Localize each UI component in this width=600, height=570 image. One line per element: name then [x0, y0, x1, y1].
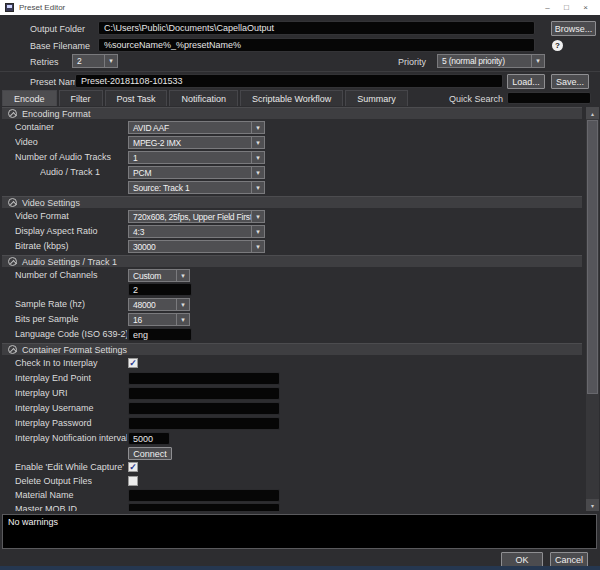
tab-post-task[interactable]: Post Task	[105, 90, 168, 106]
master-mob-input[interactable]	[128, 503, 280, 511]
sample-rate-row: Sample Rate (hz) 48000 ▾	[2, 298, 582, 311]
language-code-input[interactable]	[128, 328, 192, 341]
audio-tracks-dropdown[interactable]: 1 ▾	[128, 151, 265, 164]
quick-search-label: Quick Search	[449, 94, 503, 104]
scrollbar-thumb[interactable]	[587, 120, 598, 394]
audio-track1-label: Audio / Track 1	[40, 167, 100, 177]
bitrate-row: Bitrate (kbps) 30000 ▾	[2, 240, 582, 253]
interplay-username-label: Interplay Username	[15, 403, 94, 413]
tab-bar: Encode Filter Post Task Notification Scr…	[2, 90, 600, 106]
interplay-password-label: Interplay Password	[15, 418, 92, 428]
retries-dropdown[interactable]: 2 ▾	[72, 54, 118, 68]
section-header-video-settings[interactable]: Video Settings	[2, 196, 582, 208]
section-header-audio-settings[interactable]: Audio Settings / Track 1	[2, 255, 582, 267]
interplay-password-input[interactable]	[128, 417, 280, 430]
notification-interval-input[interactable]	[128, 432, 170, 445]
collapse-icon[interactable]	[8, 257, 17, 266]
scroll-up-icon[interactable]: ▴	[586, 107, 599, 119]
audio-tracks-row: Number of Audio Tracks 1 ▾	[2, 151, 582, 164]
channels-label: Number of Channels	[15, 270, 98, 280]
ok-button[interactable]: OK	[501, 552, 543, 567]
interplay-uri-input[interactable]	[128, 387, 280, 400]
preset-name-input[interactable]	[75, 74, 503, 88]
audio-track1-source-row: Source: Track 1 ▾	[2, 181, 582, 194]
material-name-input[interactable]	[128, 489, 280, 502]
audio-track1-codec-dropdown[interactable]: PCM ▾	[128, 166, 265, 179]
chevron-down-icon: ▾	[251, 211, 264, 222]
quick-search-input[interactable]	[507, 92, 591, 104]
material-name-label: Material Name	[15, 490, 74, 500]
check-icon: ✓	[129, 463, 137, 472]
video-label: Video	[15, 137, 38, 147]
end-point-row: Interplay End Point	[2, 372, 582, 385]
video-codec-dropdown[interactable]: MPEG-2 IMX ▾	[128, 136, 265, 149]
browse-button[interactable]: Browse...	[551, 21, 596, 36]
delete-output-checkbox[interactable]: ✓	[128, 476, 138, 486]
titlebar[interactable]: Preset Editor – □ ×	[0, 0, 600, 15]
bits-per-sample-row: Bits per Sample 16 ▾	[2, 313, 582, 326]
sample-rate-dropdown[interactable]: 48000 ▾	[128, 298, 190, 311]
tab-summary[interactable]: Summary	[345, 90, 408, 106]
window-bottom-edge	[0, 566, 600, 570]
save-button[interactable]: Save...	[551, 74, 589, 89]
aspect-ratio-dropdown[interactable]: 4:3 ▾	[128, 225, 265, 238]
channels-custom-input[interactable]	[128, 283, 192, 296]
tab-filter[interactable]: Filter	[59, 90, 103, 106]
section-header-container-format[interactable]: Container Format Settings	[2, 343, 582, 355]
notification-interval-row: Interplay Notification interval (ms)	[2, 432, 582, 445]
collapse-icon[interactable]	[8, 109, 17, 118]
end-point-input[interactable]	[128, 372, 280, 385]
language-code-row: Language Code (ISO 639-2)	[2, 328, 582, 341]
maximize-icon[interactable]: □	[557, 0, 576, 15]
delete-output-label: Delete Output Files	[15, 476, 92, 486]
load-button[interactable]: Load...	[507, 74, 545, 89]
sample-rate-label: Sample Rate (hz)	[15, 299, 85, 309]
aspect-ratio-row: Display Aspect Ratio 4:3 ▾	[2, 225, 582, 238]
tab-encode[interactable]: Encode	[2, 90, 57, 106]
container-dropdown[interactable]: AVID AAF ▾	[128, 121, 265, 134]
vertical-scrollbar[interactable]: ▴ ▾	[586, 107, 599, 511]
bits-per-sample-dropdown[interactable]: 16 ▾	[128, 313, 190, 326]
edit-while-capture-checkbox[interactable]: ✓	[128, 462, 138, 472]
chevron-down-icon: ▾	[176, 270, 189, 281]
tab-scriptable-workflow[interactable]: Scriptable Workflow	[240, 90, 343, 106]
audio-tracks-label: Number of Audio Tracks	[15, 152, 111, 162]
collapse-icon[interactable]	[8, 345, 17, 354]
section-header-encoding-format[interactable]: Encoding Format	[2, 107, 582, 119]
master-mob-row: Master MOB ID	[2, 503, 582, 511]
video-format-row: Video Format 720x608, 25fps, Upper Field…	[2, 210, 582, 223]
minimize-icon[interactable]: –	[538, 0, 557, 15]
chevron-down-icon: ▾	[251, 152, 264, 163]
audio-track1-source-dropdown[interactable]: Source: Track 1 ▾	[128, 181, 265, 194]
window-title: Preset Editor	[19, 3, 65, 12]
check-in-checkbox[interactable]: ✓	[128, 358, 138, 368]
base-filename-label: Base Filename	[30, 41, 90, 51]
video-format-label: Video Format	[15, 211, 69, 221]
edit-while-capture-row: Enable 'Edit While Capture' ✓	[2, 461, 582, 474]
interplay-username-input[interactable]	[128, 402, 280, 415]
aspect-ratio-label: Display Aspect Ratio	[15, 226, 98, 236]
chevron-down-icon: ▾	[531, 55, 544, 67]
collapse-icon[interactable]	[8, 198, 17, 207]
chevron-down-icon: ▾	[251, 122, 264, 133]
output-folder-input[interactable]	[98, 21, 535, 35]
end-point-label: Interplay End Point	[15, 373, 91, 383]
priority-dropdown[interactable]: 5 (normal priority) ▾	[437, 54, 545, 68]
close-icon[interactable]: ×	[576, 0, 595, 15]
channels-custom-row	[2, 283, 582, 296]
scroll-down-icon[interactable]: ▾	[586, 499, 599, 511]
container-label: Container	[15, 122, 54, 132]
cancel-button[interactable]: Cancel	[550, 552, 588, 567]
video-format-dropdown[interactable]: 720x608, 25fps, Upper Field First ▾	[128, 210, 265, 223]
check-in-label: Check In to Interplay	[15, 358, 98, 368]
master-mob-label: Master MOB ID	[15, 504, 77, 511]
bitrate-dropdown[interactable]: 30000 ▾	[128, 240, 265, 253]
connect-button[interactable]: Connect	[128, 447, 172, 460]
app-icon	[5, 3, 14, 12]
help-icon[interactable]: ?	[552, 40, 563, 51]
tab-notification[interactable]: Notification	[169, 90, 238, 106]
channels-dropdown[interactable]: Custom ▾	[128, 269, 190, 282]
notification-interval-label: Interplay Notification interval (ms)	[15, 433, 127, 443]
audio-track1-codec-row: Audio / Track 1 PCM ▾	[2, 166, 582, 179]
base-filename-input[interactable]	[98, 38, 535, 52]
